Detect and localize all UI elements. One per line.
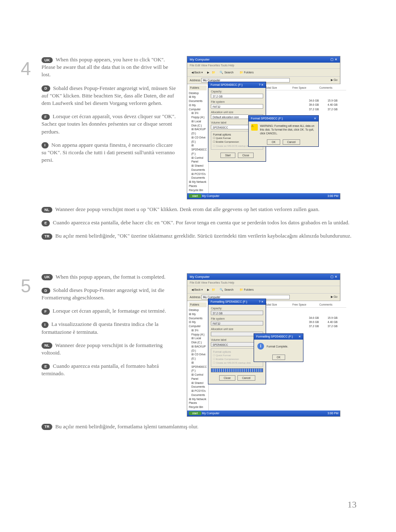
filesystem-label: File system xyxy=(211,100,263,104)
badge-i: I xyxy=(42,142,49,148)
menubar: File Edit View Favorites Tools Help xyxy=(187,280,340,286)
go-button: ▶ Go xyxy=(331,295,337,299)
window-controls-icon: ▢ ✕ xyxy=(330,275,337,279)
text-d: Sobald dieses Popup-Fenster angezeigt wi… xyxy=(42,287,164,301)
tree-item: ⊟ My Computer xyxy=(189,320,207,328)
filesystem-value: FAT32 xyxy=(211,104,263,109)
tree-item: ⊞ CD Drive (E:) xyxy=(189,352,207,361)
capacity-label: Capacity: xyxy=(211,90,263,93)
lang-d: D Sobald dieses Popup-Fenster angezeigt … xyxy=(42,287,178,301)
lang-i: I Non appena appare questa finestra, è n… xyxy=(42,141,178,164)
start-button: Start xyxy=(220,153,235,158)
tree-item: ⊞ PCSYS's Documents xyxy=(189,389,207,397)
warning-dialog: Format SPD5400CC (F:) ✕ ⚠ WARNING: Forma… xyxy=(248,115,319,147)
alloc-label: Allocation unit size xyxy=(211,327,263,331)
badge-d: D xyxy=(42,85,50,92)
text-d: Sobald dieses Popup-Fenster angezeigt wi… xyxy=(42,85,176,106)
badge-f: F xyxy=(42,309,50,315)
taskbar: start My Computer 3:00 PM xyxy=(187,193,340,199)
text-f: Lorsque cet écran apparaît, vous devez c… xyxy=(42,113,176,134)
up-icon: 📁 xyxy=(212,288,215,292)
step-number-5: 5 xyxy=(21,273,31,299)
badge-nl: NL xyxy=(42,207,52,213)
lang-nl: NL Wanneer deze popup verschijnt moet u … xyxy=(42,206,361,213)
back-button: ◀ Back ▾ xyxy=(190,70,205,75)
tree-item: ⊞ Local Disk (C:) xyxy=(189,336,207,345)
tree-item: ⊞ CD Drive (E:) xyxy=(189,136,207,144)
address-label: Address xyxy=(190,296,200,299)
warning-title: Format SPD5400CC (F:) xyxy=(251,117,283,121)
close-icon: ? ✕ xyxy=(259,83,264,87)
go-button: ▶ Go xyxy=(331,78,337,82)
alloc-label: Allocation unit size xyxy=(211,110,263,114)
warning-text: WARNING: Formatting will erase ALL data … xyxy=(260,124,316,135)
tree-item: ⊞ BACKUP (D:) xyxy=(189,345,207,353)
lang-i: I La visualizzazione di questa finestra … xyxy=(42,321,178,335)
badge-tr: TR xyxy=(42,424,52,430)
window-titlebar: My Computer ▢ ✕ xyxy=(187,274,340,280)
tree-item: ⊞ PCSYS's Documents xyxy=(189,172,207,180)
tree-item: Desktop xyxy=(189,308,207,312)
drive-row: 37.2 GB37.2 GB xyxy=(261,324,346,328)
lang-uk: UK When this popup appears, you have to … xyxy=(42,56,178,79)
drive-row: 34.6 GB15.9 GB xyxy=(261,99,346,103)
badge-f: F xyxy=(42,114,50,120)
badge-tr: TR xyxy=(42,233,52,240)
step-number-4: 4 xyxy=(21,56,31,82)
cancel-button: Cancel xyxy=(283,139,300,145)
badge-d: D xyxy=(42,288,50,294)
up-icon: 📁 xyxy=(212,70,215,75)
toolbar: ◀ Back ▾ ▶ 📁 🔍 Search 📁 Folders xyxy=(187,286,340,294)
screenshot-format-warning: My Computer ▢ ✕ File Edit View Favorites… xyxy=(187,56,340,199)
close-button: Close xyxy=(219,375,235,381)
badge-uk: UK xyxy=(42,274,53,280)
lang-f: F Lorsque cet écran apparaît, vous devez… xyxy=(42,113,178,136)
tree-item: ⊞ SPD5400CC (F:) xyxy=(189,143,207,155)
tree-item: ⊞ Control Panel xyxy=(189,156,207,164)
text-f: Lorsque cet écran apparaît, le formatage… xyxy=(53,308,166,314)
text-e: Cuando aparezca esta pantalla, el format… xyxy=(42,363,159,377)
window-controls-icon: ▢ ✕ xyxy=(330,57,337,62)
start-button: start xyxy=(189,411,201,415)
lang-tr: TR Bu açılır menü belirdiğinde, "OK" üze… xyxy=(42,232,361,240)
complete-dialog: Formatting SPD5400CC (F:) ✕ i Format Com… xyxy=(254,333,303,362)
tree-item: ⊞ Shared Documents xyxy=(189,381,207,389)
menubar: File Edit View Favorites Tools Help xyxy=(187,63,340,69)
cancel-button: Cancel xyxy=(237,375,255,381)
drive-row: 34.6 GB15.9 GB xyxy=(261,316,346,320)
tree-item: ⊞ SPD5400CC (F:) xyxy=(189,361,207,373)
complete-title: Formatting SPD5400CC (F:) xyxy=(256,335,293,339)
page-number: 13 xyxy=(347,498,357,511)
text-e: Cuando aparezca esta pantalla, debe hace… xyxy=(53,219,350,226)
close-icon: ✕ xyxy=(298,335,301,339)
folders-button: 📁 Folders xyxy=(238,70,255,75)
dialog-title: Format SPD5400CC (F:) xyxy=(210,83,242,87)
clock: 3:00 PM xyxy=(328,194,338,198)
folder-tree: Folders Desktop ⊞ My Documents ⊟ My Comp… xyxy=(187,301,209,411)
text-uk: When this popup appears, the format is c… xyxy=(56,274,166,280)
tree-item: ⊞ My Network Places xyxy=(189,397,207,406)
tree-item: Recycle Bin xyxy=(189,188,207,192)
complete-text: Format Complete. xyxy=(266,345,288,348)
ok-button: OK xyxy=(272,355,285,360)
screenshot-format-complete: My Computer ▢ ✕ File Edit View Favorites… xyxy=(187,273,340,417)
folders-button: 📁 Folders xyxy=(238,287,255,292)
toolbar: ◀ Back ▾ ▶ 📁 🔍 Search 📁 Folders xyxy=(187,69,340,77)
tree-item: ⊞ 3½ Floppy (A:) xyxy=(189,328,207,337)
close-button: Close xyxy=(238,153,254,158)
text-i: Non appena appare questa finestra, è nec… xyxy=(42,142,175,163)
badge-uk: UK xyxy=(42,57,53,63)
tree-item: ⊞ 3½ Floppy (A:) xyxy=(189,111,207,119)
lang-uk: UK When this popup appears, the format i… xyxy=(42,273,178,281)
taskbar-app: My Computer xyxy=(202,412,220,415)
lang-e: E Cuando aparezca esta pantalla, debe ha… xyxy=(42,219,361,226)
address-label: Address xyxy=(190,79,200,82)
tree-item: Recycle Bin xyxy=(189,405,207,409)
tree-item: Desktop xyxy=(189,91,207,95)
info-icon: i xyxy=(257,343,264,350)
taskbar: start My Computer 3:00 PM xyxy=(187,411,340,416)
drive-row: 39.6 GB4.40 GB xyxy=(261,320,346,324)
close-icon: ✕ xyxy=(314,117,316,121)
drive-row: 39.6 GB4.40 GB xyxy=(261,103,346,107)
tree-item: ⊟ My Computer xyxy=(189,103,207,112)
